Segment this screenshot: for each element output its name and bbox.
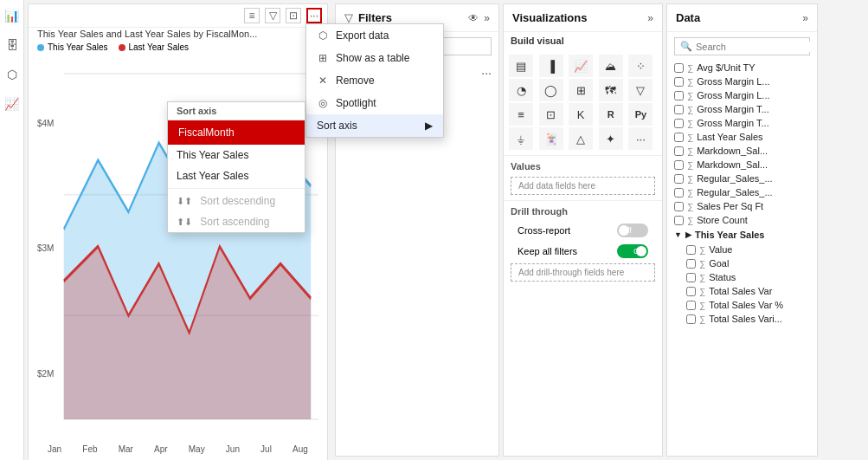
data-subitem-status[interactable]: ∑ Status [667,270,817,284]
viz-kpi-icon[interactable]: K [569,103,593,126]
more-toolbar-icon[interactable]: ··· [306,8,322,23]
data-title: Data [676,11,797,24]
viz-matrix-icon[interactable]: ⊡ [539,103,563,126]
data-item-gm1[interactable]: ∑ Gross Margin L... [667,75,817,88]
show-table-item[interactable]: ⊞ Show as a table [306,47,443,69]
add-drill-button[interactable]: Add drill-through fields here [511,263,655,282]
report-icon[interactable]: 📊 [3,7,21,24]
viz-line-icon[interactable]: 📈 [569,55,593,77]
data-item-regular1-checkbox[interactable] [674,174,684,184]
data-item-markdown1-checkbox[interactable] [674,146,684,156]
data-search[interactable]: 🔍 [674,37,810,55]
viz-bar-icon[interactable]: ▤ [509,55,533,77]
viz-map-icon[interactable]: 🗺 [599,79,623,101]
chart-title: This Year Sales and Last Year Sales by F… [37,29,257,39]
filters-header-icons: 👁 » [468,12,490,24]
viz-scatter-icon[interactable]: ⁘ [628,55,653,77]
export-data-item[interactable]: ⬡ Export data [306,24,443,47]
viz-treemap-icon[interactable]: ⊞ [569,79,593,101]
viz-more-icon[interactable]: ··· [628,127,653,150]
data-item-regular1-label: Regular_Sales_... [697,173,772,184]
data-item-gm2-checkbox[interactable] [674,91,684,100]
legend-label-last-year: Last Year Sales [129,42,190,52]
data-item-markdown1[interactable]: ∑ Markdown_Sal... [667,144,817,158]
data-subitem-totalvar[interactable]: ∑ Total Sales Var [667,284,817,298]
data-item-regular1[interactable]: ∑ Regular_Sales_... [667,172,817,185]
viz-shape-icon[interactable]: △ [569,127,593,150]
remove-icon: ✕ [317,75,329,87]
data-subitem-status-checkbox[interactable] [686,273,696,282]
lines-toolbar-icon[interactable]: ≡ [244,8,260,23]
data-item-storecount-checkbox[interactable] [674,216,684,225]
data-item-gm2[interactable]: ∑ Gross Margin L... [667,88,817,102]
viz-gauge-icon[interactable]: ⏚ [509,127,533,150]
viz-area-icon[interactable]: ⛰ [599,55,623,77]
data-subitem-totalvari-checkbox[interactable] [686,314,696,324]
viz-table-icon[interactable]: ≡ [509,103,533,126]
chart-toolbar: ≡ ▽ ⊡ ··· [29,4,327,28]
viz-column-icon[interactable]: ▐ [539,55,563,77]
data-item-storecount[interactable]: ∑ Store Count [667,213,817,227]
data-subitem-totalvarpct-checkbox[interactable] [686,301,696,310]
cross-report-toggle[interactable]: Off [617,224,648,237]
data-subitem-value[interactable]: ∑ Value [667,243,817,256]
data-item-salespsqft-checkbox[interactable] [674,202,684,211]
measure-icon-4: ∑ [687,105,693,114]
viz-custom-icon[interactable]: ✦ [599,127,623,150]
keep-filters-toggle[interactable]: On [617,244,648,258]
filters-eye-icon[interactable]: 👁 [468,12,479,24]
data-item-gm3-checkbox[interactable] [674,105,684,114]
data-item-markdown2[interactable]: ∑ Markdown_Sal... [667,158,817,172]
submenu-last-year[interactable]: Last Year Sales [168,165,305,186]
add-values-button[interactable]: Add data fields here [511,177,655,195]
data-subitem-totalvari[interactable]: ∑ Total Sales Vari... [667,312,817,326]
data-search-input[interactable] [696,42,815,52]
data-item-storecount-label: Store Count [697,215,748,225]
data-subitem-value-checkbox[interactable] [686,245,696,255]
viz-python-icon[interactable]: Py [628,103,653,126]
data-expand-icon[interactable]: » [802,12,808,24]
data-item-gm4[interactable]: ∑ Gross Margin T... [667,116,817,130]
data-item-gm4-checkbox[interactable] [674,119,684,128]
data-subitem-totalvarpct[interactable]: ∑ Total Sales Var % [667,298,817,312]
data-item-regular2-checkbox[interactable] [674,188,684,198]
data-item-gm1-checkbox[interactable] [674,77,684,87]
data-item-avg-label: Avg $/Unit TY [697,62,755,73]
sort-axis-item[interactable]: Sort axis ▶ [306,114,443,137]
data-group-thisyear[interactable]: ▼ ▶ This Year Sales [667,227,817,243]
viz-pie-icon[interactable]: ◔ [509,79,533,101]
viz-header-icons: » [647,12,653,24]
data-item-lastyear-checkbox[interactable] [674,133,684,142]
data-item-lastyear[interactable]: ∑ Last Year Sales [667,130,817,144]
remove-item[interactable]: ✕ Remove [306,69,443,92]
data-subitem-totalvari-label: Total Sales Vari... [709,314,782,324]
submenu-this-year[interactable]: This Year Sales [168,145,305,165]
data-subitem-goal-checkbox[interactable] [686,259,696,269]
data-subitem-totalvar-checkbox[interactable] [686,287,696,296]
cross-report-label: Cross-report [518,225,570,236]
focus-toolbar-icon[interactable]: ⊡ [286,8,301,23]
data-item-markdown2-checkbox[interactable] [674,160,684,170]
model-icon[interactable]: ⬡ [3,66,21,83]
viz-donut-icon[interactable]: ◯ [539,79,563,101]
data-item-regular2[interactable]: ∑ Regular_Sales_... [667,185,817,199]
filters-more-icon[interactable]: ··· [481,66,492,80]
viz-r-icon[interactable]: R [599,103,623,126]
drill-through-section: Drill through Cross-report Off Keep all … [504,200,662,287]
data-icon[interactable]: 🗄 [3,36,21,54]
data-subitem-goal[interactable]: ∑ Goal [667,256,817,270]
data-item-avg-checkbox[interactable] [674,63,684,73]
filters-expand-icon[interactable]: » [484,12,490,24]
viz-card-icon[interactable]: 🃏 [539,127,563,150]
viz-expand-icon[interactable]: » [647,12,653,24]
data-item-gm3[interactable]: ∑ Gross Margin T... [667,102,817,116]
spotlight-item[interactable]: ◎ Spotlight [306,92,443,114]
chart-legend: This Year Sales Last Year Sales [37,42,189,52]
data-item-salespsqft[interactable]: ∑ Sales Per Sq Ft [667,199,817,213]
viz-funnel-icon[interactable]: ▽ [628,79,653,101]
analytics-icon[interactable]: 📈 [3,95,21,113]
submenu-fiscalmonth[interactable]: FiscalMonth [168,120,305,145]
filters-title: Filters [358,11,463,24]
data-item-avg[interactable]: ∑ Avg $/Unit TY [667,61,817,75]
filter-toolbar-icon[interactable]: ▽ [265,8,280,23]
